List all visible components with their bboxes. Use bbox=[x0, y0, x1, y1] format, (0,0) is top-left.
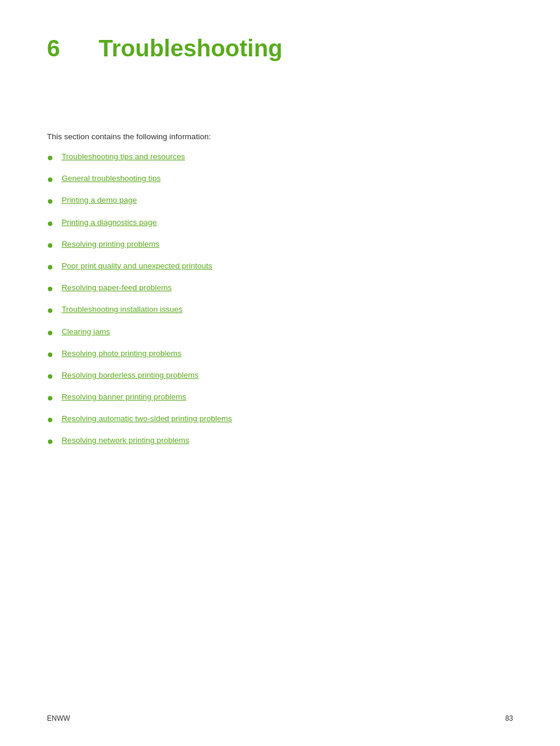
toc-link-11[interactable]: Resolving borderless printing problems bbox=[62, 370, 198, 381]
list-item: ●Poor print quality and unexpected print… bbox=[47, 261, 513, 274]
list-item: ●Printing a diagnostics page bbox=[47, 217, 513, 231]
bullet-icon: ● bbox=[47, 369, 53, 384]
list-item: ●Resolving automatic two-sided printing … bbox=[47, 414, 513, 427]
list-item: ●Printing a demo page bbox=[47, 195, 513, 209]
toc-link-14[interactable]: Resolving network printing problems bbox=[62, 435, 190, 446]
toc-link-6[interactable]: Poor print quality and unexpected printo… bbox=[62, 261, 212, 272]
bullet-icon: ● bbox=[47, 412, 53, 427]
toc-link-3[interactable]: Printing a demo page bbox=[62, 195, 137, 206]
chapter-header: 6 Troubleshooting bbox=[47, 35, 513, 62]
toc-link-7[interactable]: Resolving paper-feed problems bbox=[62, 283, 172, 294]
footer-left: ENWW bbox=[47, 714, 70, 723]
toc-link-2[interactable]: General troubleshooting tips bbox=[62, 173, 161, 184]
bullet-icon: ● bbox=[47, 172, 53, 187]
bullet-icon: ● bbox=[47, 238, 53, 253]
bullet-icon: ● bbox=[47, 325, 53, 340]
list-item: ●Resolving network printing problems bbox=[47, 435, 513, 449]
bullet-icon: ● bbox=[47, 303, 53, 318]
chapter-title: Troubleshooting bbox=[99, 35, 282, 62]
list-item: ●Troubleshooting tips and resources bbox=[47, 152, 513, 165]
toc-link-4[interactable]: Printing a diagnostics page bbox=[62, 217, 157, 228]
page-footer: ENWW 83 bbox=[47, 714, 513, 723]
bullet-icon: ● bbox=[47, 150, 53, 165]
toc-link-1[interactable]: Troubleshooting tips and resources bbox=[62, 152, 185, 163]
bullet-icon: ● bbox=[47, 347, 53, 362]
list-item: ●Troubleshooting installation issues bbox=[47, 304, 513, 318]
toc-link-12[interactable]: Resolving banner printing problems bbox=[62, 392, 186, 403]
toc-link-5[interactable]: Resolving printing problems bbox=[62, 239, 160, 250]
list-item: ●Resolving banner printing problems bbox=[47, 392, 513, 405]
section-intro: This section contains the following info… bbox=[47, 132, 513, 141]
bullet-icon: ● bbox=[47, 391, 53, 405]
list-item: ●Resolving borderless printing problems bbox=[47, 370, 513, 384]
chapter-number: 6 bbox=[47, 35, 82, 62]
toc-list: ●Troubleshooting tips and resources●Gene… bbox=[47, 152, 513, 449]
page-container: 6 Troubleshooting This section contains … bbox=[0, 0, 560, 505]
toc-link-8[interactable]: Troubleshooting installation issues bbox=[62, 304, 183, 315]
toc-link-10[interactable]: Resolving photo printing problems bbox=[62, 348, 181, 359]
list-item: ●Resolving printing problems bbox=[47, 239, 513, 253]
footer-right: 83 bbox=[505, 714, 513, 723]
list-item: ●Clearing jams bbox=[47, 327, 513, 340]
list-item: ●Resolving photo printing problems bbox=[47, 348, 513, 362]
bullet-icon: ● bbox=[47, 434, 53, 449]
list-item: ●Resolving paper-feed problems bbox=[47, 283, 513, 296]
toc-link-9[interactable]: Clearing jams bbox=[62, 327, 110, 338]
list-item: ●General troubleshooting tips bbox=[47, 173, 513, 187]
bullet-icon: ● bbox=[47, 281, 53, 296]
toc-link-13[interactable]: Resolving automatic two-sided printing p… bbox=[62, 414, 232, 425]
bullet-icon: ● bbox=[47, 260, 53, 274]
bullet-icon: ● bbox=[47, 194, 53, 209]
bullet-icon: ● bbox=[47, 216, 53, 231]
